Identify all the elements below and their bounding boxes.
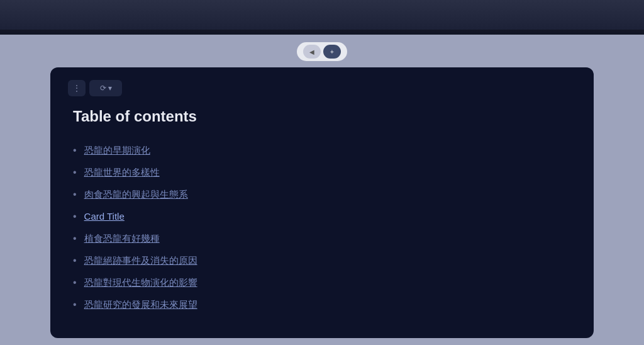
ai-icon: ⟳ bbox=[100, 84, 106, 93]
toc-card: ⋮ ⟳ ▾ Table of contents 恐龍的早期演化恐龍世界的多樣性肉… bbox=[50, 67, 594, 338]
menu-icon: ⋮ bbox=[73, 84, 80, 93]
toc-title: Table of contents bbox=[68, 108, 576, 125]
list-item: 肉食恐龍的興起與生態系 bbox=[68, 183, 576, 205]
list-item: 恐龍對現代生物演化的影響 bbox=[68, 271, 576, 293]
page-toolbar: ◀ + bbox=[0, 35, 644, 67]
toc-link[interactable]: 恐龍絕跡事件及消失的原因 bbox=[84, 254, 197, 267]
bottom-toolbar: + 👤 ▾ bbox=[0, 338, 644, 345]
toc-link[interactable]: 恐龍的早期演化 bbox=[84, 144, 150, 157]
toc-link[interactable]: 恐龍研究的發展和未來展望 bbox=[84, 298, 197, 311]
list-item: 恐龍絕跡事件及消失的原因 bbox=[68, 249, 576, 271]
card-menu-button[interactable]: ⋮ bbox=[68, 80, 86, 96]
list-item: Card Title bbox=[68, 205, 576, 227]
toc-list: 恐龍的早期演化恐龍世界的多樣性肉食恐龍的興起與生態系Card Title植食恐龍… bbox=[68, 139, 576, 315]
toc-link[interactable]: 肉食恐龍的興起與生態系 bbox=[84, 188, 188, 201]
list-item: 植食恐龍有好幾種 bbox=[68, 227, 576, 249]
list-item: 恐龍研究的發展和未來展望 bbox=[68, 293, 576, 315]
list-item: 恐龍的早期演化 bbox=[68, 139, 576, 161]
toc-link[interactable]: Card Title bbox=[84, 210, 125, 223]
toolbar-next-btn[interactable]: + bbox=[323, 45, 341, 59]
card-ai-button[interactable]: ⟳ ▾ bbox=[89, 80, 122, 96]
toc-link[interactable]: 恐龍世界的多樣性 bbox=[84, 166, 160, 179]
list-item: 恐龍世界的多樣性 bbox=[68, 161, 576, 183]
card-toolbar: ⋮ ⟳ ▾ bbox=[68, 80, 576, 96]
top-image-strip bbox=[0, 0, 644, 35]
toc-link[interactable]: 恐龍對現代生物演化的影響 bbox=[84, 276, 197, 289]
toolbar-prev-btn[interactable]: ◀ bbox=[303, 45, 321, 59]
toc-link[interactable]: 植食恐龍有好幾種 bbox=[84, 232, 160, 245]
dropdown-arrow-icon: ▾ bbox=[108, 84, 112, 93]
